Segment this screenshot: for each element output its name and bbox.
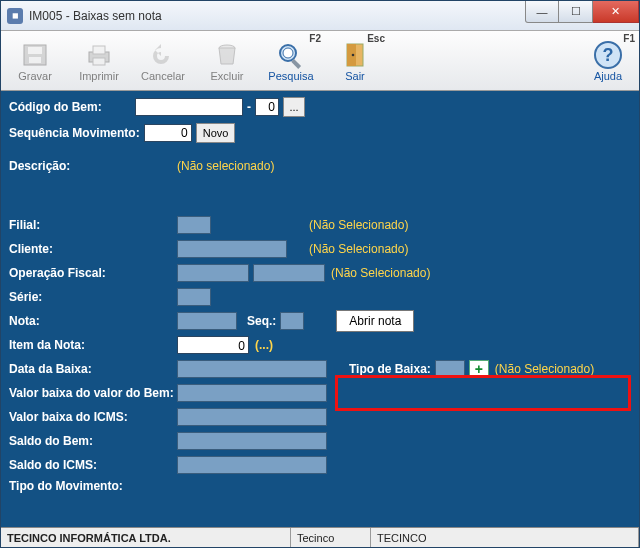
codigo-bem-lookup-button[interactable]: ... <box>283 97 305 117</box>
sair-button[interactable]: Esc Sair <box>323 31 387 90</box>
svg-text:?: ? <box>603 45 614 65</box>
descricao-value: (Não selecionado) <box>177 159 274 173</box>
cliente-nsel: (Não Selecionado) <box>309 242 408 256</box>
opfiscal-input-1[interactable] <box>177 264 249 282</box>
door-icon <box>339 40 371 70</box>
item-nota-label: Item da Nota: <box>9 338 177 352</box>
gravar-label: Gravar <box>18 70 52 82</box>
form-content: Código do Bem: - ... Sequência Movimento… <box>1 91 639 527</box>
opfiscal-label: Operação Fiscal: <box>9 266 177 280</box>
valor-baixa-bem-label: Valor baixa do valor do Bem: <box>9 386 177 400</box>
tipo-baixa-nsel: (Não Selecionado) <box>495 362 594 376</box>
seq-mov-input[interactable] <box>144 124 192 142</box>
item-nota-lookup[interactable]: (...) <box>255 338 273 352</box>
svg-rect-1 <box>28 47 42 54</box>
ajuda-button[interactable]: F1 ? Ajuda <box>579 31 637 90</box>
item-nota-input[interactable]: 0 <box>177 336 249 354</box>
filial-nsel: (Não Selecionado) <box>309 218 408 232</box>
imprimir-label: Imprimir <box>79 70 119 82</box>
svg-point-12 <box>352 53 355 56</box>
saldo-icms-input[interactable] <box>177 456 327 474</box>
codigo-bem-sub-input[interactable] <box>255 98 279 116</box>
descricao-label: Descrição: <box>9 159 177 173</box>
codigo-bem-input[interactable] <box>135 98 243 116</box>
excluir-label: Excluir <box>210 70 243 82</box>
cancelar-button[interactable]: Cancelar <box>131 31 195 90</box>
valor-baixa-bem-input[interactable] <box>177 384 327 402</box>
svg-point-8 <box>283 48 293 58</box>
trash-icon <box>211 40 243 70</box>
minimize-button[interactable]: — <box>525 1 559 23</box>
data-baixa-input[interactable] <box>177 360 327 378</box>
pesquisa-label: Pesquisa <box>268 70 313 82</box>
imprimir-button[interactable]: Imprimir <box>67 31 131 90</box>
svg-rect-9 <box>291 59 301 69</box>
title-bar: ◼ IM005 - Baixas sem nota — ☐ ✕ <box>1 1 639 31</box>
sair-hotkey: Esc <box>367 33 385 44</box>
maximize-button[interactable]: ☐ <box>559 1 593 23</box>
abrir-nota-button[interactable]: Abrir nota <box>336 310 414 332</box>
pesquisa-button[interactable]: F2 Pesquisa <box>259 31 323 90</box>
close-button[interactable]: ✕ <box>593 1 639 23</box>
opfiscal-input-2[interactable] <box>253 264 325 282</box>
toolbar: Gravar Imprimir Cancelar Excluir F2 Pe <box>1 31 639 91</box>
opfiscal-nsel: (Não Selecionado) <box>331 266 430 280</box>
app-window: ◼ IM005 - Baixas sem nota — ☐ ✕ Gravar I… <box>0 0 640 548</box>
cancelar-label: Cancelar <box>141 70 185 82</box>
ajuda-hotkey: F1 <box>623 33 635 44</box>
nota-seq-label: Seq.: <box>247 314 276 328</box>
status-short: Tecinco <box>291 528 371 547</box>
svg-rect-11 <box>347 44 356 66</box>
ajuda-label: Ajuda <box>594 70 622 82</box>
seq-mov-label: Sequência Movimento: <box>9 126 140 140</box>
status-caps: TECINCO <box>371 528 639 547</box>
nota-input[interactable] <box>177 312 237 330</box>
printer-icon <box>83 40 115 70</box>
data-baixa-label: Data da Baixa: <box>9 362 177 376</box>
pesquisa-hotkey: F2 <box>309 33 321 44</box>
gravar-button[interactable]: Gravar <box>3 31 67 90</box>
svg-rect-5 <box>93 58 105 65</box>
serie-input[interactable] <box>177 288 211 306</box>
saldo-icms-label: Saldo do ICMS: <box>9 458 177 472</box>
window-controls: — ☐ ✕ <box>525 1 639 30</box>
cliente-label: Cliente: <box>9 242 177 256</box>
status-company: TECINCO INFORMÁTICA LTDA. <box>1 528 291 547</box>
save-icon <box>19 40 51 70</box>
help-icon: ? <box>593 40 623 70</box>
status-bar: TECINCO INFORMÁTICA LTDA. Tecinco TECINC… <box>1 527 639 547</box>
valor-baixa-icms-input[interactable] <box>177 408 327 426</box>
serie-label: Série: <box>9 290 177 304</box>
cliente-input[interactable] <box>177 240 287 258</box>
undo-icon <box>147 40 179 70</box>
sair-label: Sair <box>345 70 365 82</box>
highlight-box <box>335 375 631 411</box>
saldo-bem-input[interactable] <box>177 432 327 450</box>
window-title: IM005 - Baixas sem nota <box>29 9 525 23</box>
codigo-bem-label: Código do Bem: <box>9 100 131 114</box>
novo-button[interactable]: Novo <box>196 123 236 143</box>
dash-separator: - <box>247 100 251 114</box>
search-icon <box>275 40 307 70</box>
nota-seq-input[interactable] <box>280 312 304 330</box>
valor-baixa-icms-label: Valor baixa do ICMS: <box>9 410 177 424</box>
filial-label: Filial: <box>9 218 177 232</box>
excluir-button[interactable]: Excluir <box>195 31 259 90</box>
nota-label: Nota: <box>9 314 177 328</box>
svg-rect-2 <box>29 57 41 63</box>
saldo-bem-label: Saldo do Bem: <box>9 434 177 448</box>
app-icon: ◼ <box>7 8 23 24</box>
tipo-mov-label: Tipo do Movimento: <box>9 479 177 493</box>
filial-input[interactable] <box>177 216 211 234</box>
svg-rect-4 <box>93 46 105 54</box>
tipo-baixa-label: Tipo de Baixa: <box>349 362 431 376</box>
